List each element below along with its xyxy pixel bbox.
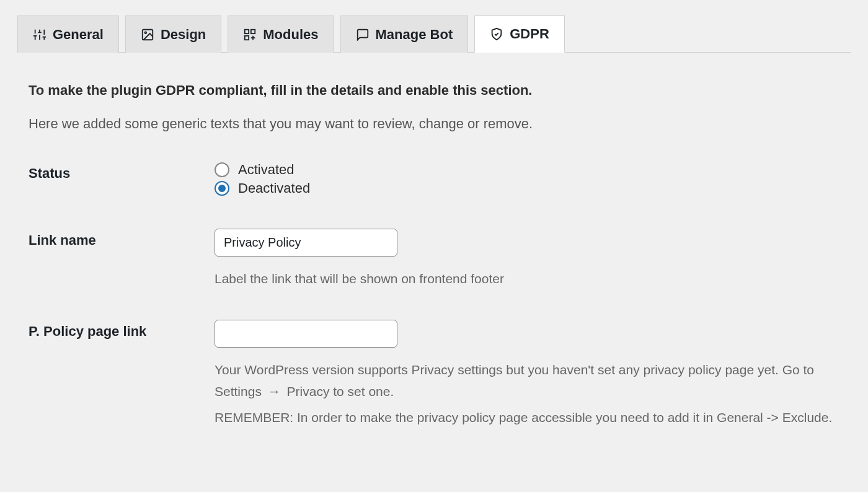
policy-page-helper-1: Your WordPress version supports Privacy … bbox=[215, 359, 839, 403]
tab-label: Design bbox=[161, 27, 206, 43]
link-name-helper: Label the link that will be shown on fro… bbox=[215, 268, 839, 290]
tab-manage-bot[interactable]: Manage Bot bbox=[340, 15, 469, 53]
field-policy-page: P. Policy page link Your WordPress versi… bbox=[29, 320, 839, 429]
intro-heading: To make the plugin GDPR compliant, fill … bbox=[29, 82, 839, 99]
radio-deactivated[interactable]: Deactivated bbox=[215, 180, 839, 196]
tab-label: Modules bbox=[263, 27, 318, 43]
tab-label: General bbox=[53, 27, 104, 43]
grid-add-icon bbox=[243, 28, 257, 42]
radio-activated[interactable]: Activated bbox=[215, 162, 839, 178]
field-status: Status Activated Deactivated bbox=[29, 162, 839, 199]
policy-page-input[interactable] bbox=[215, 320, 397, 348]
radio-label: Activated bbox=[238, 162, 294, 178]
tabs: General Design Modules Manage Bot GDPR bbox=[17, 15, 851, 53]
shield-check-icon bbox=[490, 27, 503, 41]
svg-rect-12 bbox=[251, 29, 255, 33]
tab-general[interactable]: General bbox=[17, 15, 119, 53]
svg-rect-11 bbox=[245, 29, 249, 33]
tab-content: To make the plugin GDPR compliant, fill … bbox=[17, 53, 851, 471]
policy-page-helper-2: REMEMBER: In order to make the privacy p… bbox=[215, 406, 839, 429]
radio-icon bbox=[215, 181, 229, 196]
intro-sub: Here we added some generic texts that yo… bbox=[29, 116, 839, 132]
radio-icon bbox=[215, 162, 229, 177]
sliders-icon bbox=[33, 28, 46, 42]
image-icon bbox=[141, 28, 154, 42]
radio-label: Deactivated bbox=[238, 180, 310, 196]
tab-label: Manage Bot bbox=[376, 27, 453, 43]
svg-point-10 bbox=[144, 32, 146, 33]
svg-rect-13 bbox=[245, 35, 249, 39]
link-name-input[interactable] bbox=[215, 229, 397, 257]
field-link-name: Link name Label the link that will be sh… bbox=[29, 229, 839, 290]
link-name-label: Link name bbox=[29, 229, 215, 248]
tab-gdpr[interactable]: GDPR bbox=[474, 15, 565, 53]
policy-page-label: P. Policy page link bbox=[29, 320, 215, 340]
chat-icon bbox=[356, 28, 370, 42]
tab-label: GDPR bbox=[510, 26, 549, 42]
tab-modules[interactable]: Modules bbox=[228, 15, 334, 53]
tab-design[interactable]: Design bbox=[125, 15, 221, 53]
status-label: Status bbox=[29, 162, 215, 182]
arrow-icon: → bbox=[268, 380, 281, 403]
